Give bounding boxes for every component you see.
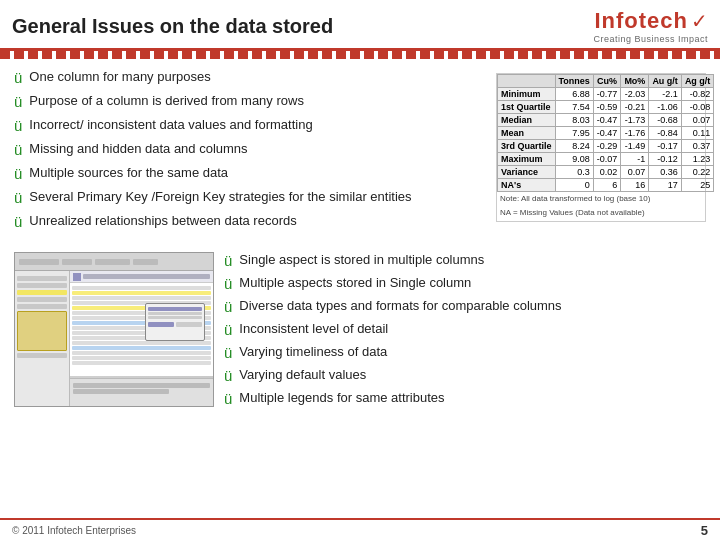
cell-value: -0.29 [593, 140, 621, 153]
cell-value: 25 [681, 179, 714, 192]
checkmark-icon: ü [14, 69, 22, 86]
cell-value: -0.84 [649, 127, 682, 140]
table-row: 3rd Quartile 8.24 -0.29 -1.49 -0.17 0.37 [498, 140, 714, 153]
cell-value: 0.3 [555, 166, 593, 179]
cell-value: -0.47 [593, 114, 621, 127]
cell-value: -0.47 [593, 127, 621, 140]
copyright-text: © 2011 Infotech Enterprises [12, 525, 136, 536]
col-header-label [498, 75, 556, 88]
cell-value: 0.37 [681, 140, 714, 153]
bullet-text: Incorrect/ inconsistent data values and … [29, 117, 312, 132]
table-header-row: Tonnes Cu% Mo% Au g/t Ag g/t [498, 75, 714, 88]
bullet-text: Unrealized relationships between data re… [29, 213, 296, 228]
bullet-text: One column for many purposes [29, 69, 210, 84]
checkmark-icon: ü [14, 117, 22, 134]
list-item: ü Single aspect is stored in multiple co… [224, 252, 706, 269]
screenshot-image [14, 252, 214, 407]
ss-sidebar [15, 271, 70, 406]
checkmark-icon: ü [224, 344, 232, 361]
cell-value: -1.49 [621, 140, 649, 153]
cell-value: -2.1 [649, 88, 682, 101]
bullet-text: Diverse data types and formats for compa… [239, 298, 561, 313]
row-label: Mean [498, 127, 556, 140]
cell-value: -0.82 [681, 88, 714, 101]
cell-value: 6 [593, 179, 621, 192]
table-note2: NA = Missing Values (Data not available) [497, 206, 705, 220]
list-item: ü Purpose of a column is derived from ma… [14, 93, 482, 110]
checkmark-icon: ü [224, 252, 232, 269]
col-header-tonnes: Tonnes [555, 75, 593, 88]
cell-value: 1.23 [681, 153, 714, 166]
cell-value: -0.21 [621, 101, 649, 114]
list-item: ü Varying default values [224, 367, 706, 384]
col-header-cu: Cu% [593, 75, 621, 88]
main-content: ü One column for many purposes ü Purpose… [0, 59, 720, 248]
cell-value: 0.22 [681, 166, 714, 179]
checkmark-icon: ü [224, 321, 232, 338]
cell-value: -0.08 [681, 101, 714, 114]
list-item: ü Inconsistent level of detail [224, 321, 706, 338]
bullet-text: Several Primary Key /Foreign Key strateg… [29, 189, 411, 204]
cell-value: 6.88 [555, 88, 593, 101]
checkmark-icon: ü [224, 390, 232, 407]
bullet-text: Inconsistent level of detail [239, 321, 388, 336]
table-note1: Note: All data transformed to log (base … [497, 192, 705, 206]
ss-toolbar [15, 253, 213, 271]
list-item: ü Several Primary Key /Foreign Key strat… [14, 189, 482, 206]
bullet-text: Multiple aspects stored in Single column [239, 275, 471, 290]
list-item: ü Missing and hidden data and columns [14, 141, 482, 158]
cell-value: -0.07 [593, 153, 621, 166]
checkmark-icon: ü [224, 298, 232, 315]
cell-value: -1.76 [621, 127, 649, 140]
cell-value: -2.03 [621, 88, 649, 101]
row-label: 3rd Quartile [498, 140, 556, 153]
table-row: 1st Quartile 7.54 -0.59 -0.21 -1.06 -0.0… [498, 101, 714, 114]
bullet-text: Varying timeliness of data [239, 344, 387, 359]
list-item: ü One column for many purposes [14, 69, 482, 86]
list-item: ü Unrealized relationships between data … [14, 213, 482, 230]
footer: © 2011 Infotech Enterprises 5 [0, 518, 720, 540]
table-row: Minimum 6.88 -0.77 -2.03 -2.1 -0.82 [498, 88, 714, 101]
right-bullets-column: ü Single aspect is stored in multiple co… [224, 252, 706, 413]
list-item: ü Multiple aspects stored in Single colu… [224, 275, 706, 292]
bullet-text: Missing and hidden data and columns [29, 141, 247, 156]
list-item: ü Varying timeliness of data [224, 344, 706, 361]
checkmark-icon: ü [224, 367, 232, 384]
checkmark-icon: ü [224, 275, 232, 292]
cell-value: -1 [621, 153, 649, 166]
right-bullet-list: ü Single aspect is stored in multiple co… [224, 252, 706, 407]
row-label: Maximum [498, 153, 556, 166]
cell-value: 9.08 [555, 153, 593, 166]
col-header-mo: Mo% [621, 75, 649, 88]
bullet-text: Multiple sources for the same data [29, 165, 228, 180]
logo-text: Infotech [594, 8, 688, 34]
logo-area: Infotech ✓ Creating Business Impact [593, 8, 708, 44]
red-stripe-decoration [0, 51, 720, 59]
cell-value: 17 [649, 179, 682, 192]
left-bullet-list: ü One column for many purposes ü Purpose… [14, 69, 482, 230]
checkmark-icon: ü [14, 189, 22, 206]
list-item: ü Multiple sources for the same data [14, 165, 482, 182]
table-row: Variance 0.3 0.02 0.07 0.36 0.22 [498, 166, 714, 179]
data-table-container: Tonnes Cu% Mo% Au g/t Ag g/t Minimum 6.8… [496, 73, 706, 222]
cell-value: -0.68 [649, 114, 682, 127]
bullet-text: Purpose of a column is derived from many… [29, 93, 304, 108]
checkmark-icon: ü [14, 141, 22, 158]
bullet-text: Single aspect is stored in multiple colu… [239, 252, 484, 267]
cell-value: 0.11 [681, 127, 714, 140]
cell-value: 0.36 [649, 166, 682, 179]
table-row: Maximum 9.08 -0.07 -1 -0.12 1.23 [498, 153, 714, 166]
checkmark-icon: ü [14, 165, 22, 182]
cell-value: 0.02 [593, 166, 621, 179]
cell-value: -0.12 [649, 153, 682, 166]
table-row: Mean 7.95 -0.47 -1.76 -0.84 0.11 [498, 127, 714, 140]
row-label: NA's [498, 179, 556, 192]
list-item: ü Diverse data types and formats for com… [224, 298, 706, 315]
col-header-ag: Ag g/t [681, 75, 714, 88]
cell-value: 7.95 [555, 127, 593, 140]
ss-main-content [70, 271, 213, 376]
cell-value: 8.03 [555, 114, 593, 127]
table-row: NA's 0 6 16 17 25 [498, 179, 714, 192]
table-row: Median 8.03 -0.47 -1.73 -0.68 0.07 [498, 114, 714, 127]
cell-value: -0.77 [593, 88, 621, 101]
